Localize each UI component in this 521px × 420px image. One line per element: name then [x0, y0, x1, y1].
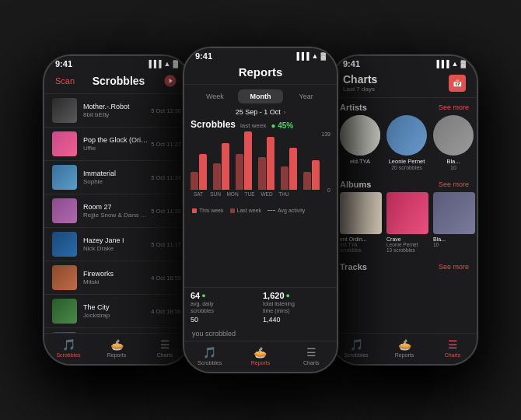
bar-sat-current [199, 154, 207, 190]
nav-reports[interactable]: 🥧 Reports [93, 338, 141, 358]
artists-row: eld.TYA Leonie Pernet 20 scrobbles Bla..… [332, 115, 477, 175]
artist-avatar-0 [340, 115, 380, 156]
center-status-icons: ▐▐▐ ▲ ▓ [294, 52, 326, 60]
track-date-1: 5 Oct 11:27 [151, 141, 181, 148]
center-reports-label: Reports [251, 360, 271, 366]
bar-tue [258, 137, 279, 190]
right-scrobbles-label: Scrobbles [344, 352, 368, 358]
stat-daily-indicator: ● [201, 292, 205, 299]
left-phone: 9:41 ▐▐▐ ▲ ▓ Scan Scrobbles [43, 54, 191, 366]
center-bottom-nav: 🎵 Scrobbles 🥧 Reports ☰ Charts [184, 341, 337, 372]
center-nav-reports[interactable]: 🥧 Reports [235, 346, 285, 366]
right-title: Charts [343, 73, 377, 86]
album-cover-2 [433, 192, 475, 234]
artist-avatar-1 [386, 115, 427, 156]
right-title-block: Charts Last 7 days [343, 73, 377, 93]
tab-month[interactable]: Month [238, 89, 284, 103]
right-status-icons: ▐▐▐ ▲ ▓ [434, 60, 466, 68]
track-artist-4: Nick Drake [83, 245, 148, 252]
charts-nav-icon: ☰ [160, 338, 170, 351]
label-sat: SAT [191, 191, 206, 197]
right-status-bar: 9:41 ▐▐▐ ▲ ▓ [332, 56, 477, 70]
albums-section-header: Albums See more [332, 175, 477, 192]
center-charts-label: Charts [303, 360, 320, 366]
center-battery-icon: ▓ [320, 52, 326, 60]
right-nav-reports[interactable]: 🥧 Reports [380, 338, 428, 358]
album-artist-0: eld.TYA [340, 242, 382, 247]
battery-icon: ▓ [173, 60, 178, 68]
tab-week[interactable]: Week [192, 89, 238, 103]
right-charts-icon: ☰ [448, 338, 458, 351]
artist-item-0[interactable]: eld.TYA [340, 115, 380, 170]
track-thumb-6 [52, 299, 77, 324]
track-info-6: The City Jockstrap [83, 303, 148, 319]
artist-item-2[interactable]: Bla... 10 [433, 115, 474, 170]
scrobbles-nav-icon: 🎵 [62, 338, 75, 351]
right-nav-scrobbles[interactable]: 🎵 Scrobbles [332, 338, 380, 358]
nav-scrobbles[interactable]: 🎵 Scrobbles [44, 338, 93, 358]
right-charts-label: Charts [445, 352, 461, 358]
right-bottom-nav: 🎵 Scrobbles 🥧 Reports ☰ Charts [332, 333, 477, 364]
calendar-icon[interactable]: 📅 [449, 75, 466, 92]
center-title: Reports [239, 65, 283, 79]
chart-section: Scrobbles last week ● 45% 139 0 [184, 119, 337, 287]
right-battery-icon: ▓ [460, 60, 466, 68]
track-name-3: Room 27 [83, 203, 148, 211]
track-item-2[interactable]: Immaterial Sophie 5 Oct 11:24 [44, 161, 189, 194]
track-info-1: Pop the Glock (Original... Uffie [83, 136, 148, 152]
legend-last-week-label: Last week [237, 208, 262, 213]
artist-scrobbles-1: 20 scrobbles [391, 165, 422, 170]
center-time: 9:41 [195, 51, 212, 61]
track-item-3[interactable]: Room 27 Rejjie Snow & Dana Williams 5 Oc… [44, 194, 189, 228]
track-item-5[interactable]: Fireworks Mitski 4 Oct 18:59 [44, 261, 189, 295]
track-item-0[interactable]: Mother.-.Robot 8bit bEtty 5 Oct 12:30 [44, 94, 189, 128]
artists-title: Artists [340, 103, 367, 112]
track-date-0: 5 Oct 12:30 [151, 107, 181, 114]
scan-button[interactable]: Scan [55, 76, 75, 86]
chart-area: 139 0 [191, 131, 330, 205]
right-time: 9:41 [343, 59, 360, 68]
legend-dot-last [230, 208, 235, 213]
track-thumb-2 [52, 165, 77, 190]
chart-min: 0 [327, 187, 330, 193]
track-item-1[interactable]: Pop the Glock (Original... Uffie 5 Oct 1… [44, 128, 189, 161]
track-name-2: Immaterial [83, 170, 148, 177]
left-screen: 9:41 ▐▐▐ ▲ ▓ Scan Scrobbles [44, 56, 189, 364]
album-item-2[interactable]: Bla... 10 [433, 192, 475, 253]
album-item-0[interactable]: ent Ordin... eld.TYA scrobbles [340, 192, 382, 253]
reports-nav-icon: 🥧 [110, 338, 124, 351]
track-name-6: The City [83, 303, 148, 311]
album-name-2: Bla... [433, 236, 475, 242]
album-scrobbles-2: 10 [433, 242, 475, 247]
artist-avatar-2 [433, 115, 474, 156]
bar-sun [213, 143, 234, 190]
bar-mon-last [236, 154, 243, 190]
center-signal-icon: ▐▐▐ [294, 52, 309, 60]
albums-see-more[interactable]: See more [439, 180, 469, 188]
track-item-4[interactable]: Hazey Jane I Nick Drake 5 Oct 11:17 [44, 228, 189, 261]
track-info-4: Hazey Jane I Nick Drake [83, 236, 148, 252]
track-name-1: Pop the Glock (Original... [83, 136, 148, 144]
nav-charts[interactable]: ☰ Charts [141, 338, 189, 358]
track-thumb-4 [52, 232, 77, 257]
center-wifi-icon: ▲ [312, 52, 319, 60]
right-nav-charts[interactable]: ☰ Charts [428, 338, 477, 358]
artists-see-more[interactable]: See more [439, 103, 469, 111]
album-name-1: Crave [386, 236, 428, 242]
tracks-see-more[interactable]: See more [439, 263, 469, 271]
track-item-6[interactable]: The City Jockstrap 4 Oct 18:56 [44, 295, 189, 328]
bar-thu-last [303, 172, 311, 190]
right-reports-label: Reports [395, 352, 414, 358]
center-nav-charts[interactable]: ☰ Charts [286, 346, 337, 366]
tab-year[interactable]: Year [283, 89, 329, 103]
bar-wed-current [289, 148, 297, 190]
date-range[interactable]: 25 Sep - 1 Oct › [184, 107, 337, 119]
wifi-icon: ▲ [164, 60, 171, 68]
album-cover-0 [340, 192, 382, 234]
stat-daily-value: 64 ● [191, 291, 258, 300]
artist-item-1[interactable]: Leonie Pernet 20 scrobbles [386, 115, 427, 170]
bar-sat-last [191, 172, 198, 190]
center-nav-scrobbles[interactable]: 🎵 Scrobbles [184, 346, 235, 366]
chart-labels: SAT SUN MON TUE WED THU [191, 190, 330, 197]
album-item-1[interactable]: Crave Leonie Pernet 13 scrobbles [386, 192, 428, 253]
